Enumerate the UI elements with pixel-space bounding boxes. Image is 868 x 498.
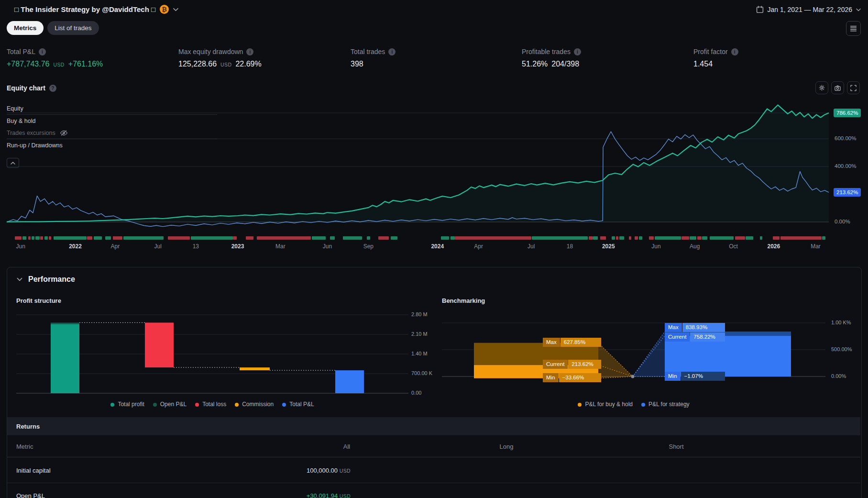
time-axis[interactable]: Jun2022AprJul132023MarJunSep2024AprJul18…: [7, 243, 829, 252]
time-axis-label: Jul: [154, 243, 162, 250]
tab-list-of-trades[interactable]: List of trades: [47, 21, 99, 35]
trade-mark: [735, 236, 745, 240]
table-row-open-pnl[interactable]: Open P&L +30,091.94 USD: [7, 483, 860, 498]
trade-mark: [330, 236, 335, 240]
report-tabs: Metrics List of trades: [7, 21, 99, 35]
legend-item-runup-drawdowns[interactable]: Run-up / Drawdowns: [7, 139, 217, 151]
trade-mark: [28, 236, 31, 240]
col-long: Long: [500, 443, 514, 450]
trade-mark: [690, 236, 696, 240]
time-axis-label: 13: [193, 243, 199, 250]
legend-item: P&L for strategy: [641, 401, 690, 408]
bitcoin-icon[interactable]: ₿: [160, 5, 169, 14]
date-range-picker[interactable]: Jan 1, 2021 — Mar 22, 2026: [756, 6, 861, 13]
currency-unit: USD: [53, 62, 64, 67]
legend-item-buy-and-hold[interactable]: Buy & hold: [7, 115, 217, 127]
trade-mark: [312, 236, 326, 240]
metric-value: 51.26%: [522, 60, 548, 68]
strategy-current-badge: Current758.22%: [665, 332, 725, 342]
col-metric: Metric: [16, 443, 33, 450]
help-icon[interactable]: ?: [49, 85, 56, 92]
trade-mark: [35, 236, 40, 240]
trade-mark: [441, 236, 449, 240]
table-row-initial-capital[interactable]: Initial capital 100,000.00 USD: [7, 457, 860, 483]
trade-mark: [619, 236, 624, 240]
time-axis-label: Jun: [651, 243, 660, 250]
trade-mark: [15, 236, 22, 240]
eye-off-icon[interactable]: [60, 130, 68, 136]
strategy-report-page: □ The Insider Strategy by @DaviddTech □ …: [0, 0, 868, 498]
legend-dot: [578, 403, 582, 407]
legend-item-trades-excursions[interactable]: Trades excursions: [7, 127, 217, 139]
trade-mark: [257, 236, 311, 240]
equity-chart-legend: Equity Buy & hold Trades excursions Run-…: [7, 102, 217, 168]
report-layout-button[interactable]: [846, 21, 861, 36]
trade-mark: [367, 236, 370, 240]
gear-icon: [819, 84, 825, 91]
returns-table-header: Metric All Long Short: [7, 435, 860, 457]
equity-chart-title: Equity chart?: [7, 84, 56, 92]
buyhold-min-badge: Min−33.66%: [543, 373, 601, 382]
wf-axis-label: 0.00: [411, 390, 421, 396]
metric-label: Profitable trades: [522, 48, 571, 55]
info-icon[interactable]: i: [39, 48, 46, 55]
time-axis-label: Aug: [690, 243, 700, 250]
time-axis-label: Sep: [363, 243, 374, 250]
info-icon[interactable]: i: [574, 48, 581, 55]
chart-snapshot-button[interactable]: [831, 81, 844, 94]
trade-mark: [702, 236, 707, 240]
legend-item: P&L for buy & hold: [578, 401, 633, 408]
row-metric-label: Initial capital: [16, 466, 51, 474]
row-all-value: +30,091.94 USD: [307, 492, 351, 498]
metric-total-pnl: Total P&Li +787,743.76USD+761.16%: [7, 48, 103, 68]
chart-fullscreen-button[interactable]: [847, 81, 860, 94]
trade-mark: [773, 236, 780, 240]
legend-dot: [282, 403, 286, 407]
tab-metrics[interactable]: Metrics: [7, 21, 44, 35]
legend-dot: [641, 403, 645, 407]
buyhold-max-badge: Max627.85%: [543, 338, 601, 347]
trade-mark: [191, 236, 233, 240]
wf-axis-label: 2.80 M: [411, 311, 428, 317]
metric-value: 125,228.66: [178, 60, 217, 68]
chart-settings-button[interactable]: [815, 81, 828, 94]
chevron-down-icon[interactable]: [173, 8, 178, 11]
trade-mark: [746, 236, 753, 240]
performance-panel: Performance Profit structure 2.80 M 2.10…: [7, 267, 862, 498]
info-icon[interactable]: i: [246, 48, 253, 55]
trade-mark: [600, 236, 606, 240]
trades-excursions-strip: [7, 236, 829, 240]
benchmarking-legend: P&L for buy & holdP&L for strategy: [442, 399, 825, 409]
performance-section-header[interactable]: Performance: [17, 275, 75, 284]
col-short: Short: [669, 443, 683, 450]
trade-mark: [455, 236, 531, 240]
legend-item: Total P&L: [282, 401, 314, 408]
info-icon[interactable]: i: [731, 48, 738, 55]
trade-mark: [391, 236, 397, 240]
time-axis-label: Oct: [729, 243, 738, 250]
legend-dot: [153, 403, 157, 407]
metric-profitable-trades: Profitable tradesi 51.26%204/398: [522, 48, 581, 68]
legend-collapse-button[interactable]: [7, 158, 19, 168]
trade-mark: [629, 236, 631, 240]
trade-mark: [32, 236, 35, 240]
metric-value: 1.454: [693, 60, 713, 68]
trade-mark: [22, 236, 27, 240]
info-icon[interactable]: i: [388, 48, 396, 55]
time-axis-label: 2023: [231, 243, 244, 250]
time-axis-label: 2024: [431, 243, 444, 250]
metric-label: Total P&L: [7, 48, 35, 55]
strategy-title-row: □ The Insider Strategy by @DaviddTech □ …: [14, 5, 178, 14]
trade-mark: [49, 236, 51, 240]
camera-icon: [835, 85, 841, 91]
legend-item-equity[interactable]: Equity: [7, 102, 217, 114]
time-axis-label: Apr: [474, 243, 483, 250]
time-axis-label: Jul: [527, 243, 535, 250]
equity-axis-label: 400.00%: [835, 163, 856, 169]
trade-mark: [87, 236, 92, 240]
strategy-max-badge: Max838.93%: [665, 323, 725, 332]
trade-mark: [649, 236, 654, 240]
time-axis-label: 2025: [602, 243, 615, 250]
trade-mark: [450, 236, 455, 240]
metric-extra: 22.69%: [235, 60, 261, 68]
